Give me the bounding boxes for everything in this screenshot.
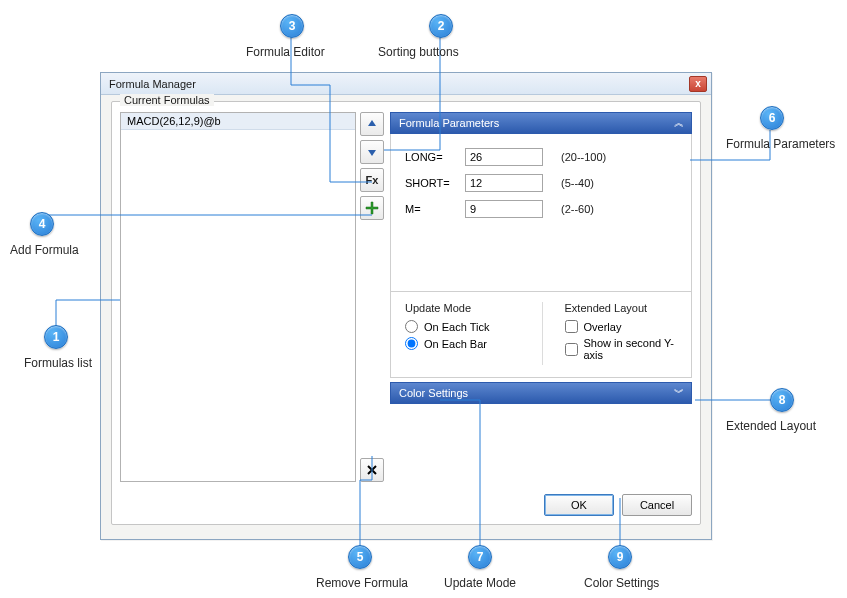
param-m-input[interactable] — [465, 200, 543, 218]
remove-formula-button[interactable] — [360, 458, 384, 482]
add-formula-button[interactable] — [360, 196, 384, 220]
expand-icon: ︾ — [674, 386, 683, 400]
param-row-long: LONG= (20--100) — [405, 148, 679, 166]
callout-label-9: Color Settings — [584, 576, 659, 590]
extended-layout-group: Extended Layout Overlay Show in second Y… — [565, 302, 680, 365]
arrow-down-icon — [366, 146, 378, 158]
arrow-up-icon — [366, 118, 378, 130]
dialog-button-row: OK Cancel — [120, 494, 692, 516]
param-row-short: SHORT= (5--40) — [405, 174, 679, 192]
callout-label-3: Formula Editor — [246, 45, 325, 59]
update-mode-title: Update Mode — [405, 302, 520, 314]
callout-label-1: Formulas list — [24, 356, 92, 370]
ok-button[interactable]: OK — [544, 494, 614, 516]
callout-badge-7: 7 — [468, 545, 492, 569]
titlebar: Formula Manager x — [101, 73, 711, 95]
update-tick-label: On Each Tick — [424, 321, 489, 333]
update-bar-label: On Each Bar — [424, 338, 487, 350]
second-yaxis-label: Show in second Y-axis — [584, 337, 680, 361]
update-bar-radio[interactable] — [405, 337, 418, 350]
formula-list[interactable]: MACD(26,12,9)@b — [120, 112, 356, 482]
formula-parameters-title: Formula Parameters — [399, 117, 674, 129]
formula-parameters-header[interactable]: Formula Parameters ︽ — [390, 112, 692, 134]
formula-parameters-body: LONG= (20--100) SHORT= (5--40) M= — [390, 134, 692, 292]
callout-label-5: Remove Formula — [316, 576, 408, 590]
overlay-label: Overlay — [584, 321, 622, 333]
vertical-divider — [542, 302, 543, 365]
callout-label-4: Add Formula — [10, 243, 79, 257]
fx-icon: Fx — [366, 174, 379, 186]
param-range: (5--40) — [561, 177, 594, 189]
current-formulas-group: Current Formulas MACD(26,12,9)@b — [111, 101, 701, 525]
callout-label-2: Sorting buttons — [378, 45, 459, 59]
move-up-button[interactable] — [360, 112, 384, 136]
update-mode-group: Update Mode On Each Tick On Each Bar — [405, 302, 520, 365]
callout-badge-8: 8 — [770, 388, 794, 412]
plus-icon — [365, 201, 379, 215]
callout-label-8: Extended Layout — [726, 419, 816, 433]
param-row-m: M= (2--60) — [405, 200, 679, 218]
mode-layout-section: Update Mode On Each Tick On Each Bar — [390, 292, 692, 378]
formula-label: MACD(26,12,9)@b — [127, 115, 221, 127]
group-title: Current Formulas — [120, 94, 214, 106]
list-item[interactable]: MACD(26,12,9)@b — [121, 113, 355, 130]
callout-label-7: Update Mode — [444, 576, 516, 590]
callout-badge-5: 5 — [348, 545, 372, 569]
param-range: (20--100) — [561, 151, 606, 163]
close-icon[interactable]: x — [689, 76, 707, 92]
callout-badge-6: 6 — [760, 106, 784, 130]
callout-badge-2: 2 — [429, 14, 453, 38]
extended-layout-title: Extended Layout — [565, 302, 680, 314]
overlay-checkbox[interactable] — [565, 320, 578, 333]
window-title: Formula Manager — [109, 78, 689, 90]
remove-icon — [366, 464, 378, 476]
color-settings-title: Color Settings — [399, 387, 674, 399]
param-name: SHORT= — [405, 177, 459, 189]
list-button-column: Fx — [360, 112, 386, 482]
param-long-input[interactable] — [465, 148, 543, 166]
formula-editor-button[interactable]: Fx — [360, 168, 384, 192]
cancel-button[interactable]: Cancel — [622, 494, 692, 516]
callout-badge-4: 4 — [30, 212, 54, 236]
param-short-input[interactable] — [465, 174, 543, 192]
param-name: M= — [405, 203, 459, 215]
callout-badge-3: 3 — [280, 14, 304, 38]
callout-label-6: Formula Parameters — [726, 137, 835, 151]
second-yaxis-checkbox[interactable] — [565, 343, 578, 356]
color-settings-header[interactable]: Color Settings ︾ — [390, 382, 692, 404]
param-name: LONG= — [405, 151, 459, 163]
callout-badge-9: 9 — [608, 545, 632, 569]
move-down-button[interactable] — [360, 140, 384, 164]
update-tick-radio[interactable] — [405, 320, 418, 333]
collapse-icon: ︽ — [674, 116, 683, 130]
formula-manager-window: Formula Manager x Current Formulas MACD(… — [100, 72, 712, 540]
param-range: (2--60) — [561, 203, 594, 215]
callout-badge-1: 1 — [44, 325, 68, 349]
